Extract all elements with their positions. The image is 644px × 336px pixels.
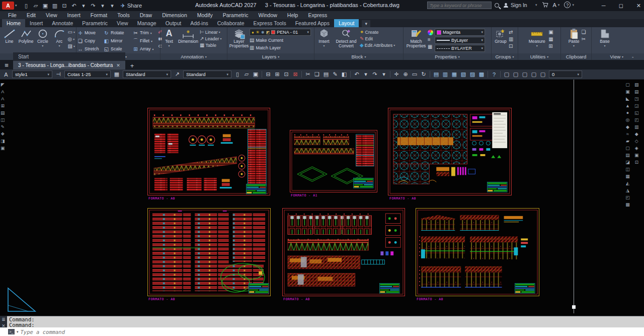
left-palette-icon-4[interactable]: ⊞ [1, 104, 5, 108]
layout-sheet-1[interactable] [147, 108, 270, 195]
left-palette-icon-3[interactable]: A [1, 97, 4, 101]
app-store-cart-icon[interactable] [542, 2, 548, 8]
plot-icon[interactable]: ⊟ [264, 71, 272, 78]
menu-insert[interactable]: Insert [62, 12, 86, 18]
autodesk-caret-icon[interactable]: ▾ [558, 3, 560, 7]
properties-panel-title[interactable]: Properties▾ [404, 53, 491, 60]
redo-caret-icon[interactable]: ▾ [99, 3, 107, 9]
view-palette-icon-4[interactable]: ◲ [634, 104, 639, 108]
command-input[interactable] [21, 329, 644, 335]
measure-button[interactable]: Measure▾ [525, 28, 548, 53]
edit-attributes-button[interactable]: ◆Edit Attributes▾ [360, 42, 395, 48]
search-icon[interactable] [495, 3, 499, 8]
layout-sheet-4[interactable] [147, 208, 271, 296]
ribbon-tab-express-tools[interactable]: Express Tools [249, 19, 290, 27]
ungroup-icon[interactable]: ⇄ [509, 29, 513, 35]
undo-caret-icon[interactable]: ▾ [79, 3, 88, 9]
help-caret-icon[interactable]: ▾ [572, 3, 574, 7]
view-palette-icon-7[interactable]: ▥ [634, 125, 639, 129]
quick-calc-icon[interactable]: ▦ [548, 36, 553, 42]
save-as-icon[interactable]: ▥ [51, 3, 59, 9]
viewport-grip-handle[interactable] [572, 305, 576, 309]
layout-sheet-icon-6[interactable]: ▩ [477, 71, 486, 78]
file-tabs-menu-icon[interactable]: ≡ [0, 61, 13, 70]
color-wheel-icon[interactable] [428, 30, 433, 35]
layer-properties-button[interactable]: Layer Properties [228, 28, 250, 53]
modeling-palette-icon-12[interactable]: ◪ [625, 160, 630, 165]
modeling-palette-icon-14[interactable]: ▦ [625, 174, 630, 179]
new-icon[interactable]: ▯ [233, 71, 242, 78]
menu-file[interactable]: File [3, 12, 22, 18]
view-palette-icon-10[interactable]: ◈ [635, 146, 638, 151]
modeling-palette-icon-4[interactable]: ▲ [625, 104, 630, 108]
left-palette-icon-6[interactable]: ◫ [1, 118, 5, 122]
text-style-combo[interactable]: style1▾ [12, 71, 52, 78]
lineweight-icon[interactable]: ≡ [428, 37, 433, 42]
view-palette-icon-6[interactable]: ◰ [634, 118, 639, 122]
modeling-palette-icon-6[interactable]: ◎ [626, 118, 630, 122]
menu-tools[interactable]: Tools [112, 12, 135, 18]
array-button[interactable]: ⊞Array▾ [133, 45, 158, 52]
maximize-button[interactable]: ◻ [619, 3, 623, 9]
command-prompt-icon[interactable]: >_ [8, 329, 15, 334]
trim-button[interactable]: ✂Trim▾ [133, 29, 158, 36]
cut-icon[interactable]: ✂ [304, 71, 312, 78]
help-icon[interactable]: ? [564, 2, 571, 8]
arc-button[interactable]: Arc▾ [51, 28, 67, 53]
dimension-button[interactable]: Dimension [177, 28, 200, 53]
lineweight-combo[interactable]: ByLayer ▾ [435, 37, 485, 44]
modeling-palette-icon-1[interactable]: ▢ [625, 83, 630, 87]
publish-icon[interactable]: ⊠ [291, 71, 299, 78]
viewport-icon-2[interactable]: ▢ [512, 71, 520, 78]
layout-sheet-5[interactable] [282, 208, 405, 296]
help-circle-icon[interactable]: ? [490, 72, 498, 78]
close-button[interactable]: ✕ [636, 3, 641, 9]
file-tab-start[interactable]: Start [13, 52, 125, 61]
ribbon-tab-parametric[interactable]: Parametric [77, 19, 112, 27]
group-edit-icon[interactable]: ▥ [509, 36, 513, 42]
group-select-icon[interactable]: ⊡ [509, 43, 513, 49]
open-icon[interactable]: ▱ [243, 71, 251, 78]
pan-icon[interactable]: ✛ [392, 71, 400, 78]
match-layer-button[interactable]: ▥ Match Layer [250, 44, 311, 51]
base-button[interactable]: Base▾ [597, 28, 613, 53]
ribbon-tab-insert[interactable]: Insert [25, 19, 47, 27]
regen-icon[interactable]: ↻ [420, 71, 428, 78]
leader-button[interactable]: ↗Leader▾ [200, 36, 221, 41]
undo-icon[interactable]: ↶ [70, 3, 78, 9]
new-drawing-tab-button[interactable]: + [126, 62, 138, 70]
fillet-button[interactable]: ⌒Fillet▾ [133, 37, 158, 44]
paste-clip-icon[interactable]: ▤ [322, 71, 330, 78]
edit-block-button[interactable]: ✎Edit [360, 36, 395, 41]
menu-view[interactable]: View [41, 12, 62, 18]
ribbon-tab-collaborate[interactable]: Collaborate [213, 19, 249, 27]
view-palette-icon-5[interactable]: ◱ [634, 111, 639, 115]
print-icon[interactable]: ⊡ [60, 3, 69, 9]
zoom-window-icon[interactable]: ▭ [411, 71, 419, 78]
left-palette-icon-5[interactable]: ▤ [1, 111, 5, 115]
layout-sheet-icon-1[interactable]: ▤ [432, 71, 440, 78]
layout-sheet-icon-4[interactable]: ▧ [459, 71, 467, 78]
block-panel-title[interactable]: Block▾ [314, 53, 403, 60]
page-setup-icon[interactable]: ⊡ [282, 71, 290, 78]
dimension-style-combo[interactable]: Cotas 1-25▾ [64, 71, 111, 78]
text-button[interactable]: A Text▾ [162, 28, 177, 53]
modeling-palette-icon-17[interactable]: ◰ [625, 195, 630, 200]
layout-sheet-icon-2[interactable]: ▥ [441, 71, 449, 78]
utilities-panel-title[interactable]: Utilities▾ [518, 53, 560, 60]
ribbon-tab-layout[interactable]: Layout [334, 19, 359, 27]
command-prompt-caret-icon[interactable]: ▾ [17, 330, 19, 334]
layout-sheet-3[interactable] [388, 108, 512, 195]
ribbon-tab-manage[interactable]: Manage [133, 19, 161, 27]
groups-panel-title[interactable]: Groups▾ [492, 53, 518, 60]
modeling-palette-icon-3[interactable]: ◣ [626, 97, 629, 101]
layout-sheet-icon-5[interactable]: ▨ [468, 71, 476, 78]
left-palette-icon-8[interactable]: ❖ [1, 132, 5, 137]
viewport-icon-4[interactable]: ▢ [530, 71, 538, 78]
redo-caret-icon[interactable]: ▾ [380, 71, 388, 78]
block-editor-icon[interactable]: ◧ [340, 71, 348, 78]
viewport-scale-combo[interactable]: 0▾ [549, 71, 582, 78]
ribbon-tab-featured-apps[interactable]: Featured Apps [291, 19, 334, 27]
drawing-canvas[interactable]: ◤AA⊞▤◫✎❖◨▣ ▢▣◣▲●◎◆≈▰▢▤◪◫▦◭◮◰▩ ▧▤◳◲◱◰▥◆◇◈… [0, 79, 644, 316]
plot-preview-icon[interactable]: ⊞ [273, 71, 281, 78]
